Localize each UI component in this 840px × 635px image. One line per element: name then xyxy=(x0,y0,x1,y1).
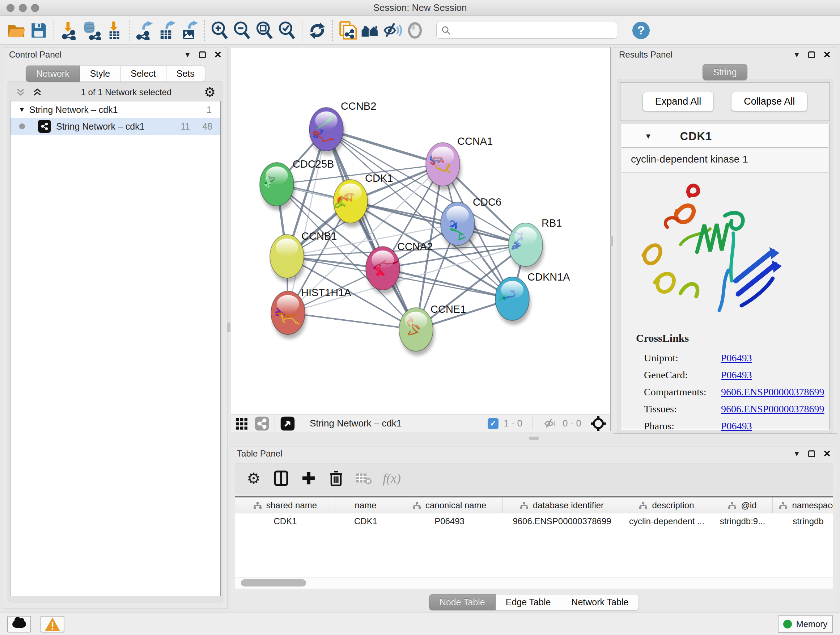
graph-node-CCNB2[interactable] xyxy=(309,108,345,155)
cell-shared-name[interactable]: CDK1 xyxy=(235,513,335,529)
panel-divider-handle[interactable] xyxy=(529,437,539,440)
expand-all-icon[interactable] xyxy=(32,87,43,98)
column-header-shared-name[interactable]: shared name xyxy=(235,497,335,513)
eye-button[interactable] xyxy=(404,19,426,42)
graph-node-CCNE1[interactable] xyxy=(399,308,434,356)
minimize-window-icon[interactable] xyxy=(19,4,27,12)
collapse-all-button[interactable]: Collapse All xyxy=(731,92,807,111)
grid-view-icon[interactable] xyxy=(235,416,249,431)
zoom-in-button[interactable] xyxy=(208,19,231,42)
graph-node-CDK1[interactable] xyxy=(333,180,369,227)
memory-button[interactable]: Memory xyxy=(778,616,833,633)
panel-close-icon[interactable]: ✕ xyxy=(823,49,831,60)
table-row[interactable]: CDK1CDK1P064939606.ENSP00000378699cyclin… xyxy=(235,513,833,529)
tab-network[interactable]: Network xyxy=(26,65,80,82)
column-header-database-identifier[interactable]: database identifier xyxy=(503,497,621,513)
window-controls[interactable] xyxy=(6,4,39,12)
scrollbar-thumb[interactable] xyxy=(241,579,306,586)
panel-close-icon[interactable]: ✕ xyxy=(214,49,222,60)
tree-expand-icon[interactable]: ▼ xyxy=(19,106,29,114)
tab-edge-table[interactable]: Edge Table xyxy=(496,594,561,610)
cloud-button[interactable] xyxy=(7,616,31,632)
graph-edge-CCNB2-HIST1H1A[interactable] xyxy=(288,129,326,313)
warnings-button[interactable] xyxy=(41,616,65,632)
tab-string[interactable]: String xyxy=(703,64,747,80)
cell-canonical-name[interactable]: P06493 xyxy=(396,513,503,529)
cell-database-identifier[interactable]: 9606.ENSP00000378699 xyxy=(503,513,621,529)
panel-collapse-icon[interactable]: ▼ xyxy=(793,450,800,458)
reposition-icon[interactable] xyxy=(590,415,607,432)
refresh-button[interactable] xyxy=(306,19,328,42)
zoom-out-button[interactable] xyxy=(231,19,253,42)
panel-collapse-icon[interactable]: ▼ xyxy=(793,51,800,59)
add-column-icon[interactable] xyxy=(300,470,317,486)
graph-node-CDKN1A[interactable] xyxy=(495,277,531,325)
expand-all-button[interactable]: Expand All xyxy=(643,92,714,111)
export-table-button[interactable] xyxy=(156,19,178,42)
show-hide-graphics-button[interactable] xyxy=(381,19,404,42)
panel-float-icon[interactable] xyxy=(808,51,815,58)
crosslink-link[interactable]: 9606.ENSP00000378699 xyxy=(721,386,824,398)
import-network-file-button[interactable] xyxy=(58,19,80,42)
graph-node-CCNA2[interactable] xyxy=(366,247,401,295)
tab-style[interactable]: Style xyxy=(80,65,121,82)
selected-checkbox-icon[interactable]: ✓ xyxy=(488,418,499,429)
collapse-all-icon[interactable] xyxy=(15,87,26,98)
birds-eye-view-icon[interactable] xyxy=(280,416,295,431)
zoom-selected-button[interactable] xyxy=(276,19,298,42)
search-input[interactable] xyxy=(451,25,613,35)
cell-name[interactable]: CDK1 xyxy=(335,513,396,529)
table-settings-gear-icon[interactable]: ⚙ xyxy=(245,470,262,487)
column-header-description[interactable]: description xyxy=(621,497,712,513)
graph-node-RB1[interactable] xyxy=(508,223,544,271)
network-view-icon[interactable] xyxy=(254,416,270,431)
network-canvas[interactable]: CCNB2CCNA1CDC25BCDK1CDC6RB1CCNB1CCNA2CDK… xyxy=(231,48,610,413)
panel-float-icon[interactable] xyxy=(808,450,815,457)
panel-collapse-icon[interactable]: ▼ xyxy=(184,51,191,59)
crosslink-link[interactable]: P06493 xyxy=(721,420,752,432)
cell-description[interactable]: cyclin-dependent ... xyxy=(621,513,712,529)
export-image-button[interactable] xyxy=(178,19,201,42)
graph-node-CCNB1[interactable] xyxy=(270,234,305,282)
gear-icon[interactable]: ⚙ xyxy=(204,85,216,100)
tab-node-table[interactable]: Node Table xyxy=(429,594,496,610)
cell-@id[interactable]: stringdb:9... xyxy=(712,513,773,529)
maximize-window-icon[interactable] xyxy=(31,4,39,12)
protein-header-row[interactable]: ▼ CDK1 xyxy=(622,125,829,148)
collapse-section-icon[interactable]: ▼ xyxy=(645,132,652,141)
close-window-icon[interactable] xyxy=(6,4,14,12)
column-header-name[interactable]: name xyxy=(335,497,396,513)
panel-float-icon[interactable] xyxy=(199,51,206,58)
graph-node-CDC6[interactable] xyxy=(441,202,476,250)
panel-close-icon[interactable]: ✕ xyxy=(823,448,831,459)
search-box[interactable] xyxy=(436,22,617,39)
open-session-button[interactable] xyxy=(5,19,27,42)
network-collection-row[interactable]: ▼ String Network – cdk1 1 xyxy=(11,101,220,118)
crosslink-link[interactable]: P06493 xyxy=(721,369,752,381)
tab-select[interactable]: Select xyxy=(120,65,166,82)
column-header-canonical-name[interactable]: canonical name xyxy=(396,497,503,513)
cell-namespace[interactable]: stringdb xyxy=(773,513,833,529)
copy-network-button[interactable] xyxy=(336,19,359,42)
panel-divider-handle[interactable] xyxy=(227,322,231,333)
network-overview-button[interactable] xyxy=(359,19,381,42)
graph-edge-CDK1-RB1[interactable] xyxy=(351,201,526,245)
graph-edge-CCNB2-CCNE1[interactable] xyxy=(326,129,416,329)
show-columns-icon[interactable] xyxy=(273,470,289,486)
crosslink-link[interactable]: P06493 xyxy=(721,352,752,364)
graph-edge-CCNE1-HIST1H1A[interactable] xyxy=(288,313,416,329)
tab-sets[interactable]: Sets xyxy=(166,65,205,82)
delete-trash-icon[interactable] xyxy=(328,470,344,486)
column-header-namespace[interactable]: namespace xyxy=(773,497,833,513)
import-network-database-button[interactable] xyxy=(80,19,103,42)
column-header-@id[interactable]: @id xyxy=(712,497,773,513)
zoom-fit-button[interactable] xyxy=(253,19,276,42)
crosslink-link[interactable]: 9606.ENSP00000378699 xyxy=(721,403,824,415)
tab-network-table[interactable]: Network Table xyxy=(561,594,639,610)
export-network-button[interactable] xyxy=(133,19,156,42)
save-session-button[interactable] xyxy=(27,19,50,42)
import-table-button[interactable] xyxy=(103,19,125,42)
horizontal-scrollbar[interactable] xyxy=(235,577,833,588)
network-row[interactable]: String Network – cdk1 11 48 xyxy=(11,118,220,135)
help-button[interactable]: ? xyxy=(632,22,650,39)
